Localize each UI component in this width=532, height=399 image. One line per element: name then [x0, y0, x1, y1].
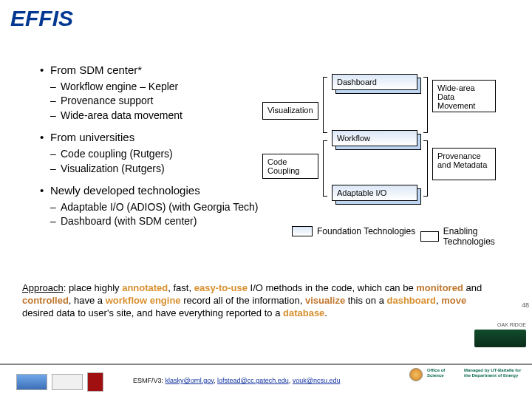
approach-t7: this on a	[345, 295, 386, 306]
sub-dashboard: Dashboard (with SDM center)	[40, 215, 262, 228]
sdm-logo	[16, 374, 47, 390]
approach-t6: record all of the information,	[181, 295, 305, 306]
ornl-logo	[474, 330, 526, 347]
legend-foundation-label: Foundation Technologies	[317, 226, 415, 236]
sub-provenance: Provenance support	[40, 95, 262, 108]
legend-foundation: Foundation Technologies	[292, 226, 415, 236]
approach-t2: , fast,	[168, 282, 194, 293]
footer-bar: ESMF/V3: klasky@ornl.gov, lofstead@cc.ga…	[0, 364, 532, 399]
bullet-sdm-center: From SDM center*	[40, 64, 262, 78]
footer-logos-left	[16, 372, 103, 392]
ncsu-logo	[87, 372, 103, 392]
approach-t3: I/O methods in the code, which can be	[248, 282, 416, 293]
georgia-tech-logo	[52, 374, 83, 390]
sub-adios: Adaptable I/O (ADIOS) (with Georgia Tech…	[40, 201, 262, 214]
email-lofstead[interactable]: lofstead@cc.gatech.edu	[217, 377, 289, 384]
managed-by-text: Managed by UT-Battelle for the Departmen…	[464, 368, 523, 378]
credits-prefix: ESMF/V3:	[133, 377, 166, 384]
doe-seal-icon	[409, 368, 423, 381]
sub-code-coupling: Code coupling (Rutgers)	[40, 148, 262, 161]
footer-credits: ESMF/V3: klasky@ornl.gov, lofstead@cc.ga…	[133, 377, 340, 384]
hl-move: move	[441, 295, 466, 306]
page-number: 48	[522, 301, 529, 309]
approach-t1: : place highly	[64, 282, 123, 293]
ornl-label-text: OAK RIDGE	[497, 322, 526, 327]
email-vouk[interactable]: vouk@ncsu.edu	[293, 377, 341, 384]
sub-visualization: Visualization (Rutgers)	[40, 163, 262, 176]
box-wide-area: Wide-area Data Movement	[432, 80, 496, 112]
box-workflow: Workflow	[332, 130, 417, 146]
sub-kepler: Workflow engine – Kepler	[40, 81, 262, 94]
box-provenance: Provenance and Metadata	[432, 148, 496, 180]
approach-t4: and	[463, 282, 482, 293]
approach-t9: desired data to user's site, and have ev…	[22, 307, 283, 318]
box-visualization: Visualization	[262, 102, 318, 120]
hl-visualize: visualize	[305, 295, 345, 306]
bullet-list-left: From SDM center* Workflow engine – Keple…	[40, 64, 262, 230]
hl-monitored: monitored	[416, 282, 463, 293]
office-of-science-label: Office of Science	[427, 368, 460, 378]
approach-paragraph: Approach: place highly annotated, fast, …	[22, 282, 488, 320]
box-code-coupling: Code Coupling	[262, 154, 318, 179]
box-adaptable-io: Adaptable I/O	[332, 185, 417, 201]
footer-logos-right: Office of Science Managed by UT-Battelle…	[409, 368, 523, 381]
approach-label: Approach	[22, 282, 64, 293]
hl-workflow: workflow engine	[106, 295, 181, 306]
sub-widearea: Wide-area data movement	[40, 109, 262, 123]
bullet-new-tech: Newly developed technologies	[40, 184, 262, 198]
hl-controlled: controlled	[22, 295, 69, 306]
hl-database: database	[283, 307, 324, 318]
swatch-foundation	[292, 226, 313, 236]
legend-enabling-label: Enabling Technologies	[443, 226, 521, 247]
approach-t10: .	[324, 307, 327, 318]
approach-t5: , have a	[69, 295, 106, 306]
bullet-universities: From universities	[40, 131, 262, 145]
hl-annotated: annotated	[122, 282, 168, 293]
swatch-enabling	[420, 231, 439, 242]
hl-easy: easy-to-use	[194, 282, 248, 293]
architecture-diagram: Visualization Code Coupling Dashboard Wo…	[262, 74, 521, 244]
box-dashboard: Dashboard	[332, 74, 417, 90]
hl-dashboard: dashboard	[387, 295, 436, 306]
legend-enabling: Enabling Technologies	[420, 226, 521, 247]
email-klasky[interactable]: klasky@ornl.gov	[166, 377, 214, 384]
footer-divider	[0, 364, 532, 365]
slide-title: EFFIS	[10, 6, 73, 31]
